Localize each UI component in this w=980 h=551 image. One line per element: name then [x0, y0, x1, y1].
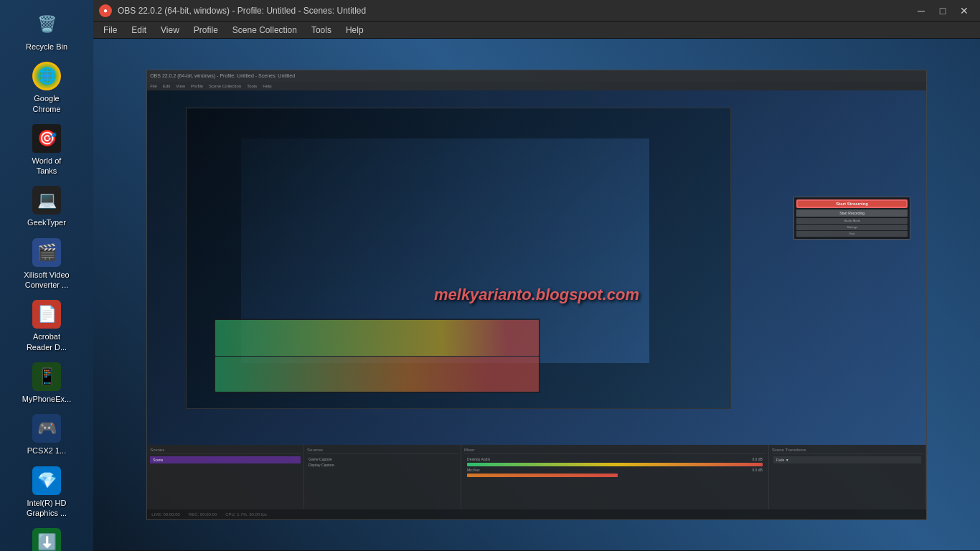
chrome-label: Google Chrome: [21, 93, 72, 114]
nested-menu-profile: Profile: [191, 84, 203, 88]
desktop-icon-xilisoft[interactable]: 🎬 Xilisoft Video Converter ...: [18, 234, 75, 295]
xilisoft-label: Xilisoft Video Converter ...: [21, 270, 72, 291]
minimize-button[interactable]: ─: [911, 3, 931, 19]
myphoneexplorer-icon: 📱: [32, 362, 61, 391]
pcsx2-icon: 🎮: [32, 414, 61, 443]
nested-menu-tools: Tools: [247, 84, 257, 88]
recycle-bin-label: Recycle Bin: [26, 42, 67, 52]
menu-scene-collection[interactable]: Scene Collection: [225, 22, 304, 39]
obs-main-window: ● OBS 22.0.2 (64-bit, windows) - Profile…: [93, 0, 980, 551]
acrobat-label: Acrobat Reader D...: [21, 331, 72, 352]
preview-area: OBS 22.0.2 (64-bit, windows) - Profile: …: [93, 39, 980, 550]
nested-transitions-section: Scene Transitions Fade ▼: [769, 445, 926, 509]
desktop-icon-myphoneexplorer[interactable]: 📱 MyPhoneEx...: [18, 358, 75, 408]
desktop-icon-recycle-bin[interactable]: 🗑️ Recycle Bin: [18, 6, 75, 56]
world-of-tanks-label: World of Tanks: [21, 156, 72, 176]
preview-content: OBS 22.0.2 (64-bit, windows) - Profile: …: [93, 39, 980, 550]
nested-sources-section: Sources Game Capture Display Capture: [304, 445, 461, 509]
desktop-icon-pcsx2[interactable]: 🎮 PCSX2 1...: [18, 410, 75, 460]
nested-mixer-section: Mixer Desktop Audio0.0 dB Mic/Aux0.0 dB: [461, 445, 769, 509]
nested-live-status: LIVE: 00:00:00: [151, 512, 180, 517]
nested-menu-edit: Edit: [163, 84, 170, 88]
maximize-button[interactable]: □: [933, 3, 953, 19]
nested-menu-scene-collection: Scene Collection: [209, 84, 241, 88]
nested-obs-preview: OBS 22.0.2 (64-bit, windows) - Profile: …: [146, 70, 927, 520]
xilisoft-icon: 🎬: [32, 238, 61, 267]
nested-menu-view: View: [176, 84, 185, 88]
close-button[interactable]: ✕: [954, 3, 974, 19]
nested-bottom-panel: Scenes Scene Sources Game Capture Displa…: [147, 445, 926, 509]
nested-menu-file: File: [150, 84, 157, 88]
desktop-icon-acrobat[interactable]: 📄 Acrobat Reader D...: [18, 296, 75, 357]
menu-edit[interactable]: Edit: [124, 22, 154, 39]
menu-profile[interactable]: Profile: [187, 22, 225, 39]
desktop-icon-geektyper[interactable]: 💻 GeekTyper: [18, 182, 75, 232]
desktop-icon-chrome[interactable]: 🌐 Google Chrome: [18, 57, 75, 118]
desktop-icon-world-of-tanks[interactable]: 🎯 World of Tanks: [18, 120, 75, 181]
nested-cpu-status: CPU: 1.7%, 30.00 fps: [225, 512, 267, 517]
internet-download-icon: ⬇️: [32, 528, 61, 551]
nested-menu-bar: File Edit View Profile Scene Collection …: [147, 82, 926, 90]
desktop-icon-intel-hd[interactable]: 💎 Intel(R) HD Graphics ...: [18, 462, 75, 523]
window-title: OBS 22.0.2 (64-bit, windows) - Profile: …: [118, 6, 911, 16]
window-controls: ─ □ ✕: [911, 3, 974, 19]
desktop-icons-column: 🗑️ Recycle Bin 🌐 Google Chrome 🎯 World o…: [0, 0, 93, 551]
intel-hd-icon: 💎: [32, 466, 61, 495]
geektyper-label: GeekTyper: [27, 217, 66, 227]
desktop: 🗑️ Recycle Bin 🌐 Google Chrome 🎯 World o…: [0, 0, 980, 551]
title-bar: ● OBS 22.0.2 (64-bit, windows) - Profile…: [93, 0, 980, 22]
menu-tools[interactable]: Tools: [304, 22, 339, 39]
nested-status-bar: LIVE: 00:00:00 REC: 00:00:00 CPU: 1.7%, …: [147, 509, 926, 519]
menu-help[interactable]: Help: [339, 22, 371, 39]
menu-view[interactable]: View: [154, 22, 187, 39]
recycle-bin-icon: 🗑️: [32, 10, 61, 39]
nested-menu-help: Help: [263, 84, 271, 88]
menu-file[interactable]: File: [96, 22, 124, 39]
nested-rec-status: REC: 00:00:00: [189, 512, 217, 517]
myphoneexplorer-label: MyPhoneEx...: [22, 394, 71, 404]
menu-bar: File Edit View Profile Scene Collection …: [93, 22, 980, 39]
desktop-icon-internet-download[interactable]: ⬇️ Internet Downlo...: [18, 524, 75, 551]
nested-preview-area: Start Streaming Start Recording Studio M…: [147, 90, 926, 445]
acrobat-icon: 📄: [32, 300, 61, 329]
chrome-icon: 🌐: [32, 62, 61, 90]
obs-app-icon: ●: [99, 4, 112, 17]
world-of-tanks-icon: 🎯: [32, 124, 61, 153]
intel-hd-label: Intel(R) HD Graphics ...: [21, 498, 72, 519]
nested-title-text: OBS 22.0.2 (64-bit, windows) - Profile: …: [150, 73, 295, 78]
geektyper-icon: 💻: [32, 186, 61, 215]
pcsx2-label: PCSX2 1...: [27, 446, 66, 456]
nested-scenes-section: Scenes Scene: [147, 445, 304, 509]
nested-title-bar: OBS 22.0.2 (64-bit, windows) - Profile: …: [147, 70, 926, 82]
